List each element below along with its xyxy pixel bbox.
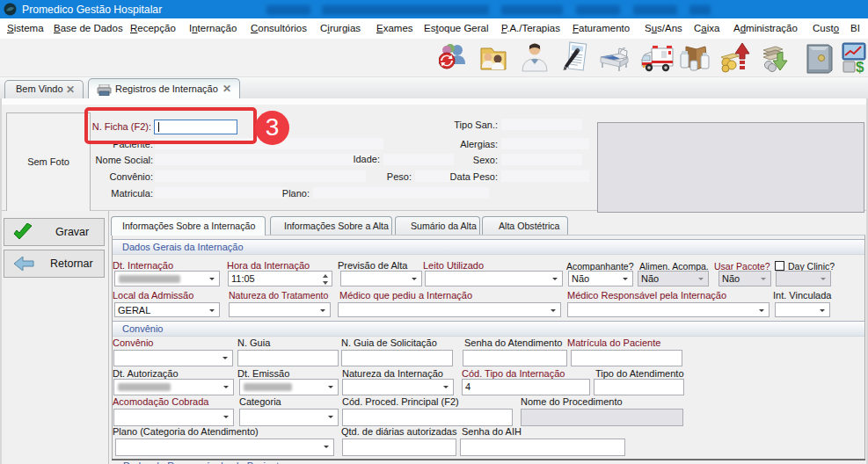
svg-text:$: $ xyxy=(856,59,864,74)
